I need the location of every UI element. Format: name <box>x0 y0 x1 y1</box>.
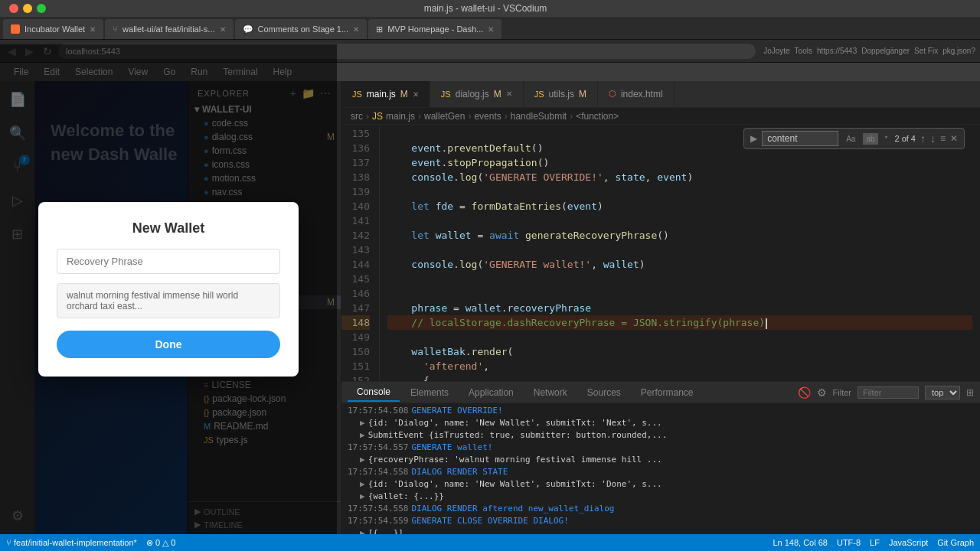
tab-close-main-js[interactable]: ✕ <box>413 90 419 99</box>
breadcrumb-mainjs[interactable]: main.js <box>386 111 415 122</box>
status-git-graph[interactable]: Git Graph <box>937 538 974 547</box>
status-eol[interactable]: LF <box>870 538 880 547</box>
tab-favicon2: ⑂ <box>113 24 118 34</box>
console-line-1: 17:57:54.508 GENERATE OVERRIDE! <box>348 405 974 417</box>
title-bar: main.js - wallet-ui - VSCodium <box>0 0 980 17</box>
search-case-btn[interactable]: Aa <box>843 133 858 145</box>
breadcrumb-sep5: › <box>570 111 573 122</box>
panel-tab-elements[interactable]: Elements <box>401 384 458 401</box>
top-selector[interactable]: top <box>925 386 960 399</box>
browser-tab-github[interactable]: ⑂ wallet-ui/at feat/initial-s... ✕ <box>105 19 233 39</box>
editor-tab-dialog-js[interactable]: JSdialog.jsM✕ <box>430 81 524 107</box>
browser-tab-mvp[interactable]: ⊞ MVP Homepage - Dash... ✕ <box>368 19 501 39</box>
code-line-152: { <box>387 373 972 381</box>
panel-tab-sources[interactable]: Sources <box>578 384 630 401</box>
breadcrumb-events[interactable]: events <box>474 111 501 122</box>
modal-done-button[interactable]: Done <box>57 331 280 358</box>
bookmark-doppel[interactable]: Doppelgänger <box>861 47 910 55</box>
status-language[interactable]: JavaScript <box>889 538 928 547</box>
status-bar: ⑂ feat/initial-wallet-implementation* ⊗ … <box>0 534 980 551</box>
code-line-148: // localStorage.dashRecoveryPhrase = JSO… <box>387 315 972 330</box>
status-position[interactable]: Ln 148, Col 68 <box>773 538 828 547</box>
bookmark-jojyte[interactable]: JoJoyte <box>763 47 789 55</box>
code-line-141 <box>387 214 972 228</box>
console-settings-icon[interactable]: ⚙ <box>817 386 827 399</box>
panel-tabs-bar: Console Elements Application Network Sou… <box>341 382 980 403</box>
browser-tab-comments[interactable]: 💬 Comments on Stage 1... ✕ <box>235 19 368 39</box>
console-line-7: ▶ {id: 'Dialog', name: 'New Wallet', sub… <box>348 478 974 491</box>
browser-tab-incubator[interactable]: Incubator Wallet ✕ <box>3 19 103 39</box>
win-max[interactable] <box>37 4 46 13</box>
status-branch[interactable]: ⑂ feat/initial-wallet-implementation* <box>6 538 137 547</box>
console-filter-input[interactable] <box>858 386 919 399</box>
console-expand-icon[interactable]: ⊞ <box>966 387 974 398</box>
modal-dialog: New Wallet walnut morning festival immen… <box>38 202 299 377</box>
window-title: main.js - wallet-ui - VSCodium <box>424 3 547 14</box>
console-line-10: 17:57:54.559 GENERATE CLOSE OVERRIDE DIA… <box>348 515 974 527</box>
console-line-11: ▶ [{...}] <box>348 527 974 534</box>
tab-favicon4: ⊞ <box>376 24 383 34</box>
code-content: event.preventDefault() event.stopPropaga… <box>380 125 980 381</box>
modal-recovery-input[interactable] <box>57 249 280 274</box>
console-line-6: 17:57:54.558 DIALOG RENDER STATE <box>348 466 974 478</box>
code-line-138: console.log('GENERATE OVERRIDE!', state,… <box>387 170 972 184</box>
search-close-btn[interactable]: ✕ <box>950 133 958 144</box>
panel-tab-network[interactable]: Network <box>524 384 577 401</box>
tab-close-btn2[interactable]: ✕ <box>220 25 226 34</box>
status-left: ⑂ feat/initial-wallet-implementation* ⊗ … <box>6 538 175 548</box>
breadcrumb-function[interactable]: <function> <box>576 111 619 122</box>
modal-title: New Wallet <box>57 220 280 236</box>
code-line-139 <box>387 184 972 199</box>
console-line-9: 17:57:54.558 DIALOG RENDER afterend new_… <box>348 503 974 515</box>
clear-console-icon[interactable]: 🚫 <box>798 386 811 399</box>
modal-overlay: New Wallet walnut morning festival immen… <box>0 44 337 534</box>
bookmark-setfix[interactable]: Set Fix <box>914 47 938 55</box>
status-errors[interactable]: ⊗ 0 △ 0 <box>146 538 175 548</box>
tab-close-btn3[interactable]: ✕ <box>353 25 359 34</box>
code-line-151: 'afterend', <box>387 359 972 373</box>
search-regex-btn[interactable]: * <box>883 134 890 144</box>
console-line-5: ▶ {recoveryPhrase: 'walnut morning festi… <box>348 454 974 466</box>
search-prev-btn[interactable]: ↑ <box>920 132 926 145</box>
search-word-btn[interactable]: ab <box>863 133 877 145</box>
panel-tab-performance[interactable]: Performance <box>632 384 703 401</box>
browser-tabs: Incubator Wallet ✕ ⑂ wallet-ui/at feat/i… <box>0 17 980 40</box>
breadcrumb-src[interactable]: src <box>351 111 363 122</box>
bottom-panel: Console Elements Application Network Sou… <box>341 381 980 534</box>
status-encoding[interactable]: UTF-8 <box>837 538 861 547</box>
editor-tab-utils-js[interactable]: JSutils.jsM <box>524 81 598 107</box>
panel-tab-console[interactable]: Console <box>348 383 400 402</box>
breadcrumb-file[interactable]: JS <box>372 111 383 122</box>
win-close[interactable] <box>9 4 18 13</box>
modal-phrase-display: walnut morning festival immense hill wor… <box>57 283 280 318</box>
bookmarks-bar: JoJoyte Tools https://5443 Doppelgänger … <box>759 47 975 55</box>
tab-label: Incubator Wallet <box>24 24 85 34</box>
breadcrumb-handlesubmit[interactable]: handleSubmit <box>511 111 567 122</box>
tab-favicon <box>11 24 20 34</box>
code-line-137: event.stopPropagation() <box>387 155 972 170</box>
tab-close-btn4[interactable]: ✕ <box>488 25 494 34</box>
search-count: 2 of 4 <box>894 134 916 143</box>
code-line-143 <box>387 243 972 257</box>
tab-close-dialog-js[interactable]: ✕ <box>506 90 512 98</box>
search-fold-icon[interactable]: ▶ <box>750 133 757 144</box>
code-line-146 <box>387 286 972 301</box>
search-more-btn[interactable]: ≡ <box>940 133 946 144</box>
search-input[interactable] <box>762 131 838 146</box>
code-line-140: let fde = formDataEntries(event) <box>387 199 972 214</box>
win-min[interactable] <box>23 4 32 13</box>
console-output: 17:57:54.508 GENERATE OVERRIDE! ▶ {id: '… <box>341 403 980 534</box>
code-line-142: let wallet = await generateRecoveryPhras… <box>387 228 972 243</box>
editor-tab-main-js[interactable]: JSmain.jsM✕ <box>341 81 430 107</box>
tab-close-btn[interactable]: ✕ <box>90 25 96 34</box>
tab-label3: Comments on Stage 1... <box>258 24 349 34</box>
breadcrumb-walletgen[interactable]: walletGen <box>424 111 465 122</box>
bookmark-pkg[interactable]: pkg.json? <box>942 47 975 55</box>
editor-tab-index-html[interactable]: ⬡index.html <box>598 81 675 107</box>
panel-tab-application[interactable]: Application <box>459 384 523 401</box>
bookmark-tools[interactable]: Tools <box>795 47 812 55</box>
code-line-150: walletBak.render( <box>387 344 972 359</box>
search-next-btn[interactable]: ↓ <box>930 132 936 145</box>
code-editor-container: ▶ Aa ab * 2 of 4 ↑ ↓ ≡ ✕ 135136137138139… <box>341 125 980 381</box>
bookmark-5443[interactable]: https://5443 <box>817 47 857 55</box>
